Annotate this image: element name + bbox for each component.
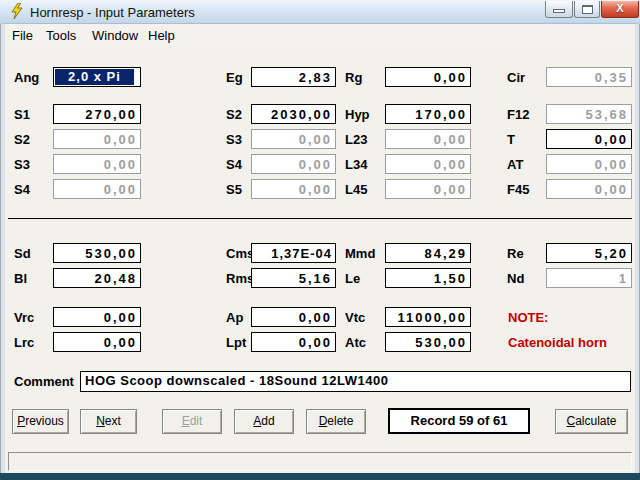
f45-input: 0,00 <box>546 179 632 199</box>
menu-file[interactable]: File <box>10 28 35 43</box>
menu-tools[interactable]: Tools <box>44 28 78 43</box>
field-label-s5: S5 <box>226 182 242 197</box>
status-bar <box>8 452 632 471</box>
s4b-input: 0,00 <box>53 179 141 199</box>
menu-bar: File Tools Window Help <box>1 24 639 46</box>
s4a-input: 0,00 <box>251 154 336 174</box>
eg-input[interactable]: 2,83 <box>251 67 336 87</box>
field-label-hyp: Hyp <box>345 107 370 122</box>
s3a-input: 0,00 <box>251 129 336 149</box>
minimize-button[interactable] <box>545 1 573 18</box>
field-label-le: Le <box>345 271 360 286</box>
window-frame-left <box>0 23 5 473</box>
s1-input[interactable]: 270,00 <box>53 104 141 124</box>
sd-input[interactable]: 530,00 <box>53 243 141 263</box>
maximize-icon <box>582 5 593 14</box>
field-label-sd: Sd <box>14 246 31 261</box>
field-label-f12: F12 <box>507 107 529 122</box>
ang-selected-text: 2,0 x Pi <box>55 69 134 85</box>
close-button[interactable]: X <box>601 1 639 18</box>
rg-input[interactable]: 0,00 <box>385 67 471 87</box>
lpt-input[interactable]: 0,00 <box>251 332 336 352</box>
t-input[interactable]: 0,00 <box>546 129 632 149</box>
atc-input[interactable]: 530,00 <box>385 332 471 352</box>
close-icon: X <box>616 2 623 14</box>
field-label-rg: Rg <box>345 70 362 85</box>
s2-input[interactable]: 2030,00 <box>251 104 336 124</box>
field-label-l45: L45 <box>345 182 367 197</box>
field-label-l23: L23 <box>345 132 367 147</box>
field-label-s2b: S2 <box>14 132 30 147</box>
field-label-eg: Eg <box>226 70 243 85</box>
window-frame-right <box>635 23 640 473</box>
maximize-button[interactable] <box>574 1 600 18</box>
f12-input: 53,68 <box>546 104 632 124</box>
at-input: 0,00 <box>546 154 632 174</box>
field-label-mmd: Mmd <box>345 246 375 261</box>
field-label-lpt: Lpt <box>226 335 246 350</box>
vtc-input[interactable]: 11000,00 <box>385 307 471 327</box>
le-input[interactable]: 1,50 <box>385 268 471 288</box>
field-label-re: Re <box>507 246 524 261</box>
minimize-icon <box>553 9 565 13</box>
note-heading: NOTE: <box>508 310 548 325</box>
comment-input[interactable]: HOG Scoop downscaled - 18Sound 12LW1400 <box>80 371 631 392</box>
field-label-s4a: S4 <box>226 157 242 172</box>
field-label-atc: Atc <box>345 335 366 350</box>
l34-input: 0,00 <box>385 154 471 174</box>
previous-button[interactable]: Previous <box>12 409 69 434</box>
l45-input: 0,00 <box>385 179 471 199</box>
rms-input[interactable]: 5,16 <box>251 268 336 288</box>
field-label-s2: S2 <box>226 107 242 122</box>
field-label-ang: Ang <box>14 70 39 85</box>
ap-input[interactable]: 0,00 <box>251 307 336 327</box>
app-icon <box>9 3 25 19</box>
field-label-s3a: S3 <box>226 132 242 147</box>
s2b-input: 0,00 <box>53 129 141 149</box>
calculate-button[interactable]: Calculate <box>555 409 628 434</box>
field-label-s4b: S4 <box>14 182 30 197</box>
field-label-cir: Cir <box>507 70 525 85</box>
section-divider <box>8 218 632 219</box>
field-label-f45: F45 <box>507 182 529 197</box>
menu-window[interactable]: Window <box>90 28 140 43</box>
record-indicator: Record 59 of 61 <box>388 408 530 434</box>
field-label-lrc: Lrc <box>14 335 34 350</box>
l23-input: 0,00 <box>385 129 471 149</box>
field-label-l34: L34 <box>345 157 367 172</box>
cms-input[interactable]: 1,37E-04 <box>251 243 336 263</box>
field-label-t: T <box>507 132 515 147</box>
hornresp-window: Hornresp - Input Parameters X File Tools… <box>0 0 640 480</box>
lrc-input[interactable]: 0,00 <box>53 332 141 352</box>
ang-input[interactable]: 2,0 x Pi <box>53 67 141 87</box>
s3b-input: 0,00 <box>53 154 141 174</box>
field-label-rms: Rms <box>226 271 254 286</box>
field-label-s1: S1 <box>14 107 30 122</box>
mmd-input[interactable]: 84,29 <box>385 243 471 263</box>
field-label-cms: Cms <box>226 246 254 261</box>
field-label-s3b: S3 <box>14 157 30 172</box>
window-title: Hornresp - Input Parameters <box>30 5 195 20</box>
vrc-input[interactable]: 0,00 <box>53 307 141 327</box>
field-label-at: AT <box>507 157 523 172</box>
add-button[interactable]: Add <box>234 409 294 434</box>
bl-input[interactable]: 20,48 <box>53 268 141 288</box>
delete-button[interactable]: Delete <box>306 409 366 434</box>
nd-input: 1 <box>546 268 632 288</box>
field-label-vrc: Vrc <box>14 310 34 325</box>
s5-input: 0,00 <box>251 179 336 199</box>
menu-help[interactable]: Help <box>146 28 177 43</box>
comment-label: Comment <box>14 374 74 389</box>
field-label-ap: Ap <box>226 310 243 325</box>
window-frame-bottom <box>0 473 640 480</box>
next-button[interactable]: Next <box>80 409 137 434</box>
field-label-bl: Bl <box>14 271 27 286</box>
title-bar[interactable]: Hornresp - Input Parameters X <box>0 0 640 24</box>
re-input[interactable]: 5,20 <box>546 243 632 263</box>
note-text: Catenoidal horn <box>508 335 607 350</box>
edit-button: Edit <box>162 409 222 434</box>
field-label-nd: Nd <box>507 271 524 286</box>
hyp-input[interactable]: 170,00 <box>385 104 471 124</box>
cir-input: 0,35 <box>546 67 632 87</box>
field-label-vtc: Vtc <box>345 310 365 325</box>
